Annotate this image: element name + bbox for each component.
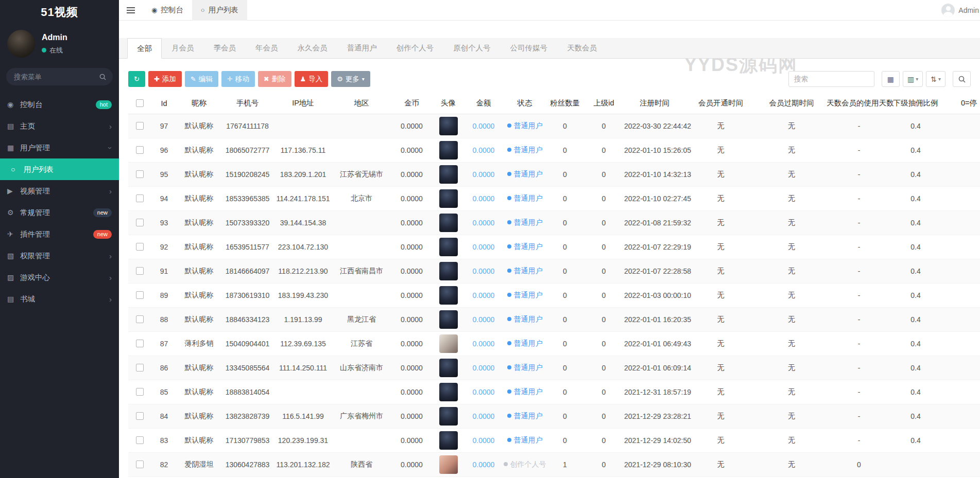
col-header-14[interactable]: 天数会员的使用天数 xyxy=(827,93,891,114)
amount-link[interactable]: 0.0000 xyxy=(473,388,495,396)
select-all-checkbox[interactable] xyxy=(136,99,144,107)
col-header-16[interactable]: 0=停 xyxy=(940,93,980,114)
import-button[interactable]: ♟导入 xyxy=(295,71,329,87)
col-header-4[interactable]: 地区 xyxy=(332,93,391,114)
amount-link[interactable]: 0.0000 xyxy=(473,364,495,372)
sidebar-item-general-manage[interactable]: ⚙常规管理new xyxy=(0,202,119,223)
sidebar-item-user-list[interactable]: ○用户列表 xyxy=(0,158,119,180)
sidebar-item-plugin-manage[interactable]: ✈插件管理new xyxy=(0,223,119,245)
row-checkbox[interactable] xyxy=(136,243,144,251)
filter-tab-创作个人号[interactable]: 创作个人号 xyxy=(387,38,444,58)
col-header-15[interactable]: 下级抽佣比例 xyxy=(891,93,940,114)
sidebar-item-user-manage[interactable]: ▦用户管理› xyxy=(0,137,119,158)
amount-link[interactable]: 0.0000 xyxy=(473,194,495,203)
refresh-button[interactable]: ↻ xyxy=(128,71,145,87)
user-avatar-image[interactable] xyxy=(439,214,458,232)
col-header-1[interactable]: 昵称 xyxy=(177,93,221,114)
row-checkbox[interactable] xyxy=(136,146,144,154)
topbar-user[interactable]: Admin xyxy=(941,4,980,17)
user-avatar-image[interactable] xyxy=(439,431,458,450)
filter-tab-永久会员[interactable]: 永久会员 xyxy=(288,38,337,58)
amount-link[interactable]: 0.0000 xyxy=(473,461,495,469)
toggle-view-button[interactable]: ▦ xyxy=(882,71,900,87)
export-button[interactable]: ⇅▾ xyxy=(926,71,945,87)
col-header-13[interactable]: 会员过期时间 xyxy=(757,93,827,114)
row-checkbox[interactable] xyxy=(136,194,144,202)
user-avatar-image[interactable] xyxy=(439,310,458,329)
amount-link[interactable]: 0.0000 xyxy=(473,340,495,348)
row-checkbox[interactable] xyxy=(136,412,144,420)
col-header-0[interactable]: Id xyxy=(151,93,177,114)
row-checkbox[interactable] xyxy=(136,219,144,226)
col-header-11[interactable]: 注册时间 xyxy=(624,93,685,114)
sidebar-item-video-manage[interactable]: ▶视频管理› xyxy=(0,180,119,202)
col-header-8[interactable]: 状态 xyxy=(503,93,546,114)
menu-search-input[interactable] xyxy=(6,68,113,85)
row-checkbox[interactable] xyxy=(136,436,144,444)
row-checkbox[interactable] xyxy=(136,340,144,347)
sidebar-toggle-button[interactable] xyxy=(119,0,143,21)
sidebar-item-game-center[interactable]: ▨游戏中心› xyxy=(0,267,119,288)
columns-button[interactable]: ▥▾ xyxy=(903,71,923,87)
user-avatar-image[interactable] xyxy=(439,407,458,426)
top-tab-console[interactable]: ◉控制台 xyxy=(143,0,192,21)
user-avatar-image[interactable] xyxy=(439,165,458,184)
filter-tab-月会员[interactable]: 月会员 xyxy=(162,38,204,58)
row-checkbox[interactable] xyxy=(136,315,144,323)
user-avatar-image[interactable] xyxy=(439,189,458,208)
edit-button[interactable]: ✎编辑 xyxy=(185,71,218,87)
delete-button[interactable]: ✖删除 xyxy=(258,71,291,87)
amount-link[interactable]: 0.0000 xyxy=(473,146,495,154)
row-checkbox[interactable] xyxy=(136,122,144,130)
add-button[interactable]: ✚添加 xyxy=(148,71,182,87)
amount-link[interactable]: 0.0000 xyxy=(473,412,495,420)
user-avatar-image[interactable] xyxy=(439,334,458,353)
admin-avatar[interactable] xyxy=(7,30,35,58)
col-header-12[interactable]: 会员开通时间 xyxy=(685,93,757,114)
user-avatar-image[interactable] xyxy=(439,141,458,160)
row-checkbox[interactable] xyxy=(136,170,144,178)
amount-link[interactable]: 0.0000 xyxy=(473,267,495,275)
filter-tab-天数会员[interactable]: 天数会员 xyxy=(557,38,607,58)
amount-link[interactable]: 0.0000 xyxy=(473,291,495,299)
user-avatar-image[interactable] xyxy=(439,117,458,135)
amount-link[interactable]: 0.0000 xyxy=(473,122,495,130)
col-header-5[interactable]: 金币 xyxy=(391,93,433,114)
move-button[interactable]: ✛移动 xyxy=(221,71,255,87)
top-tab-user-list[interactable]: ○用户列表 xyxy=(192,0,247,21)
row-checkbox[interactable] xyxy=(136,364,144,371)
user-avatar-image[interactable] xyxy=(439,383,458,401)
filter-tab-普通用户[interactable]: 普通用户 xyxy=(337,38,387,58)
sidebar-item-book-city[interactable]: ▤书城› xyxy=(0,288,119,310)
user-avatar-image[interactable] xyxy=(439,286,458,305)
amount-link[interactable]: 0.0000 xyxy=(473,436,495,445)
table-search-input[interactable] xyxy=(788,71,874,87)
col-header-7[interactable]: 金额 xyxy=(464,93,503,114)
user-avatar-image[interactable] xyxy=(439,262,458,280)
filter-tab-原创个人号[interactable]: 原创个人号 xyxy=(443,38,501,58)
col-header-6[interactable]: 头像 xyxy=(433,93,464,114)
amount-link[interactable]: 0.0000 xyxy=(473,243,495,251)
more-button[interactable]: ⚙更多▾ xyxy=(331,71,370,87)
filter-tab-全部[interactable]: 全部 xyxy=(127,38,162,59)
amount-link[interactable]: 0.0000 xyxy=(473,219,495,227)
col-header-3[interactable]: IP地址 xyxy=(274,93,332,114)
search-submit-button[interactable] xyxy=(953,71,971,87)
col-header-10[interactable]: 上级id xyxy=(583,93,624,114)
filter-tab-季会员[interactable]: 季会员 xyxy=(204,38,246,58)
user-avatar-image[interactable] xyxy=(439,238,458,256)
filter-tab-年会员[interactable]: 年会员 xyxy=(246,38,288,58)
row-checkbox[interactable] xyxy=(136,291,144,299)
amount-link[interactable]: 0.0000 xyxy=(473,315,495,324)
col-header-9[interactable]: 粉丝数量 xyxy=(546,93,583,114)
amount-link[interactable]: 0.0000 xyxy=(473,170,495,179)
row-checkbox[interactable] xyxy=(136,388,144,396)
row-checkbox[interactable] xyxy=(136,461,144,468)
user-avatar-image[interactable] xyxy=(439,359,458,377)
sidebar-item-console[interactable]: ◉控制台hot xyxy=(0,94,119,115)
col-header-2[interactable]: 手机号 xyxy=(221,93,274,114)
sidebar-item-home[interactable]: ▤主页› xyxy=(0,115,119,137)
filter-tab-公司传媒号[interactable]: 公司传媒号 xyxy=(501,38,558,58)
sidebar-item-auth-manage[interactable]: ▧权限管理› xyxy=(0,245,119,267)
row-checkbox[interactable] xyxy=(136,267,144,275)
